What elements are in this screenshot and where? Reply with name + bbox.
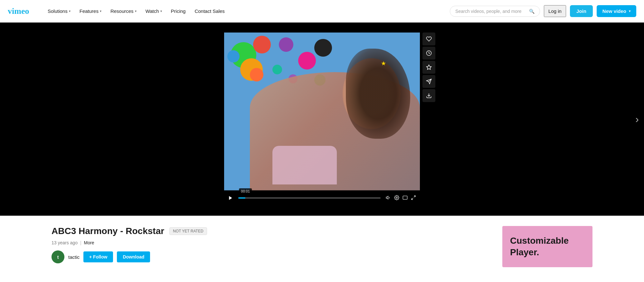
- chevron-down-icon: ▾: [629, 9, 630, 13]
- video-meta: 13 years ago | More: [52, 240, 492, 245]
- shirt: [272, 146, 337, 184]
- video-title: ABC3 Harmony - Rockstar: [52, 226, 164, 236]
- download-button[interactable]: Download: [117, 251, 150, 262]
- progress-bar[interactable]: 00:01: [238, 197, 381, 199]
- circle-orange: [250, 68, 263, 81]
- right-black-area: [489, 23, 644, 216]
- meta-divider: |: [80, 240, 81, 245]
- join-button[interactable]: Join: [570, 5, 593, 17]
- nav-pricing[interactable]: Pricing: [167, 6, 190, 16]
- side-actions: [422, 33, 435, 102]
- video-scene: ★: [224, 33, 420, 191]
- circle-teal: [272, 65, 282, 74]
- hair-star: ★: [381, 60, 386, 67]
- chevron-down-icon: ▾: [160, 9, 162, 13]
- nav-watch[interactable]: Watch ▾: [142, 6, 166, 16]
- main-nav: Solutions ▾ Features ▾ Resources ▾ Watch…: [44, 6, 229, 16]
- video-container: ★: [0, 23, 644, 216]
- chevron-down-icon: ▾: [135, 9, 137, 13]
- nav-solutions[interactable]: Solutions ▾: [44, 6, 74, 16]
- hair: [346, 49, 410, 139]
- new-video-button[interactable]: New video ▾: [597, 5, 636, 17]
- left-black-area: [0, 23, 155, 216]
- search-input[interactable]: [455, 9, 526, 14]
- header-right: 🔍 Log in Join New video ▾: [450, 5, 636, 17]
- video-player[interactable]: ★: [224, 33, 420, 206]
- video-info-section: ABC3 Harmony - Rockstar NOT YET RATED 13…: [0, 216, 644, 277]
- circle-purple: [279, 37, 293, 52]
- author-name[interactable]: tactic: [68, 254, 80, 260]
- more-link[interactable]: More: [84, 240, 94, 245]
- time-tooltip: 00:01: [239, 188, 252, 194]
- circle-red: [253, 36, 271, 53]
- rating-badge: NOT YET RATED: [169, 227, 207, 235]
- share-button[interactable]: [422, 75, 435, 88]
- circle-blue: [227, 50, 240, 62]
- svg-text:vimeo: vimeo: [8, 7, 29, 16]
- volume-icon[interactable]: [386, 195, 391, 201]
- svg-point-8: [396, 197, 397, 198]
- video-title-row: ABC3 Harmony - Rockstar NOT YET RATED: [52, 226, 492, 236]
- search-icon: 🔍: [529, 9, 535, 14]
- svg-line-10: [414, 196, 415, 197]
- video-age: 13 years ago: [52, 240, 78, 245]
- nav-contact-sales[interactable]: Contact Sales: [191, 6, 228, 16]
- svg-marker-7: [386, 196, 388, 199]
- circle-pink: [298, 52, 316, 70]
- nav-resources[interactable]: Resources ▾: [107, 6, 140, 16]
- search-bar[interactable]: 🔍: [450, 6, 540, 17]
- progress-fill: [238, 197, 245, 199]
- svg-text:t: t: [57, 255, 59, 260]
- nav-features[interactable]: Features ▾: [76, 6, 105, 16]
- settings-icon[interactable]: [394, 195, 399, 201]
- watch-later-button[interactable]: [422, 47, 435, 60]
- svg-marker-2: [427, 65, 431, 70]
- video-info-left: ABC3 Harmony - Rockstar NOT YET RATED 13…: [52, 226, 492, 267]
- svg-rect-9: [403, 196, 407, 199]
- theater-mode-icon[interactable]: [402, 195, 408, 201]
- chevron-down-icon: ▾: [100, 9, 101, 13]
- fullscreen-icon[interactable]: [411, 195, 416, 201]
- ad-text: Customizable Player.: [510, 235, 585, 258]
- login-button[interactable]: Log in: [544, 5, 566, 17]
- circle-black: [314, 39, 332, 57]
- avatar: t: [52, 250, 64, 263]
- next-video-arrow[interactable]: ›: [635, 113, 639, 125]
- download-action-button[interactable]: [422, 89, 435, 102]
- logo[interactable]: vimeo: [8, 7, 33, 16]
- svg-line-11: [412, 198, 413, 200]
- follow-button[interactable]: + Follow: [83, 251, 113, 262]
- like-button[interactable]: [422, 33, 435, 45]
- video-controls-bar[interactable]: 00:01: [224, 190, 420, 206]
- control-icons: [386, 195, 416, 201]
- chevron-down-icon: ▾: [69, 9, 71, 13]
- author-row: t tactic + Follow Download: [52, 250, 492, 263]
- collections-button[interactable]: [422, 61, 435, 74]
- svg-marker-6: [229, 196, 232, 200]
- video-frame: ★: [224, 33, 420, 191]
- ad-panel: Customizable Player.: [502, 226, 592, 267]
- play-button[interactable]: [228, 195, 233, 201]
- header: vimeo Solutions ▾ Features ▾ Resources ▾…: [0, 0, 644, 23]
